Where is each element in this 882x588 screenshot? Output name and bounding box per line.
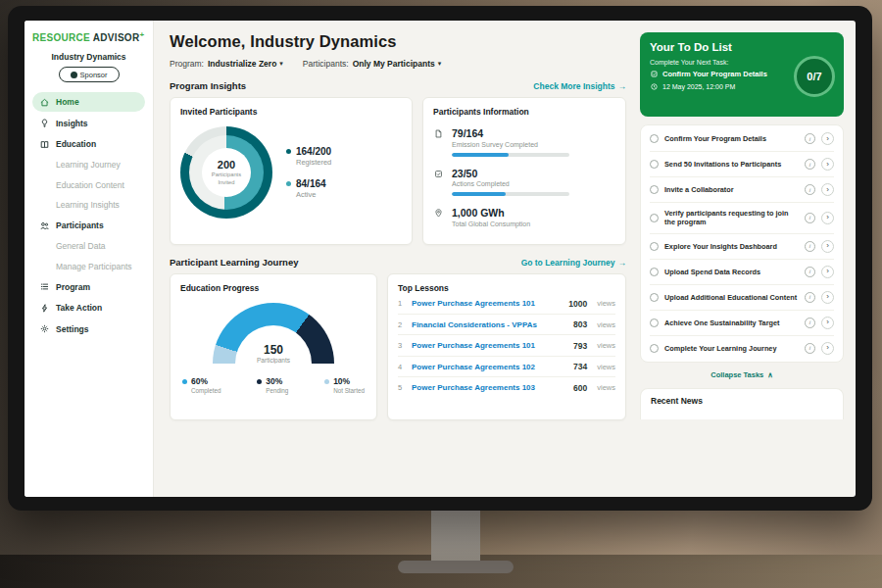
- lesson-link[interactable]: Power Purchase Agreements 103: [412, 383, 566, 392]
- info-icon[interactable]: i: [805, 213, 815, 223]
- page-title: Welcome, Industry Dynamics: [170, 32, 626, 51]
- task-label: Confirm Your Program Details: [664, 134, 799, 143]
- info-icon[interactable]: i: [805, 343, 815, 354]
- collapse-tasks-link[interactable]: Collapse Tasks ∧: [640, 370, 844, 379]
- sidebar-item-take-action[interactable]: Take Action: [32, 298, 145, 318]
- task-row-achieve-target[interactable]: Achieve One Sustainability Target i ›: [650, 311, 834, 336]
- todo-title: Your To Do List: [650, 41, 834, 53]
- participants-filter[interactable]: Participants: Only My Participants ▾: [303, 59, 441, 69]
- task-checkbox[interactable]: [650, 268, 659, 276]
- sidebar-item-label: Learning Journey: [56, 160, 121, 170]
- info-icon[interactable]: i: [805, 184, 815, 195]
- chevron-right-icon[interactable]: ›: [821, 212, 834, 224]
- sidebar-item-label: Program: [56, 282, 90, 292]
- recent-news-card[interactable]: Recent News: [640, 388, 844, 419]
- task-row-confirm-program[interactable]: Confirm Your Program Details i ›: [650, 126, 834, 152]
- sidebar-item-general-data[interactable]: General Data: [32, 237, 145, 256]
- invited-donut-outer: 200 Participants Invited: [180, 126, 272, 219]
- lesson-row: 3 Power Purchase Agreements 101 793 view…: [398, 335, 615, 357]
- sidebar-item-manage-participants[interactable]: Manage Participants: [32, 257, 145, 275]
- task-row-verify-participants[interactable]: Verify participants requesting to join t…: [650, 203, 834, 234]
- metric-label: Total Global Consumption: [452, 220, 530, 227]
- lesson-link[interactable]: Power Purchase Agreements 101: [412, 341, 566, 350]
- task-row-invite-collaborator[interactable]: Invite a Collaborator i ›: [650, 177, 834, 203]
- sidebar-item-learning-journey[interactable]: Learning Journey: [32, 156, 145, 174]
- lesson-link[interactable]: Power Purchase Agreements 102: [412, 363, 566, 371]
- task-checkbox[interactable]: [650, 160, 659, 169]
- sponsor-badge[interactable]: Sponsor: [59, 67, 120, 82]
- legend-dot: [286, 181, 291, 186]
- task-row-upload-educational-content[interactable]: Upload Additional Educational Content i …: [650, 285, 834, 311]
- todo-progress-badge: 0/7: [794, 56, 835, 97]
- chevron-right-icon[interactable]: ›: [821, 266, 834, 278]
- chevron-right-icon[interactable]: ›: [821, 240, 834, 253]
- legend-value: 60%: [191, 376, 220, 386]
- info-icon[interactable]: i: [805, 292, 815, 303]
- info-icon[interactable]: i: [805, 267, 815, 277]
- sidebar-item-education[interactable]: Education: [32, 134, 145, 154]
- chevron-right-icon[interactable]: ›: [821, 291, 834, 304]
- legend-dot: [324, 379, 329, 384]
- info-icon[interactable]: i: [805, 318, 815, 328]
- clock-icon: [650, 82, 659, 91]
- info-icon[interactable]: i: [805, 241, 815, 252]
- lesson-link[interactable]: Power Purchase Agreements 101: [412, 299, 562, 308]
- chevron-right-icon[interactable]: ›: [821, 158, 834, 171]
- task-checkbox[interactable]: [650, 293, 659, 302]
- lightbulb-icon: [39, 118, 50, 128]
- legend-label: Active: [296, 190, 326, 199]
- program-filter[interactable]: Program: Industrialize Zero ▾: [170, 59, 283, 69]
- sidebar-item-program[interactable]: Program: [32, 277, 145, 297]
- sidebar-item-education-content[interactable]: Education Content: [32, 175, 145, 194]
- sidebar-item-participants[interactable]: Participants: [32, 216, 145, 235]
- sidebar-item-insights[interactable]: Insights: [32, 114, 145, 133]
- sidebar-item-label: General Data: [56, 241, 106, 251]
- monitor-bezel: RESOURCE ADVISOR+ Industry Dynamics Spon…: [8, 6, 872, 511]
- go-to-learning-journey-link[interactable]: Go to Learning Journey →: [521, 258, 626, 268]
- legend-label: Registered: [296, 158, 331, 167]
- task-row-send-invitations[interactable]: Send 50 Invitations to Participants i ›: [650, 152, 834, 177]
- chevron-right-icon[interactable]: ›: [821, 317, 834, 329]
- gauge-center-label: Participants: [213, 357, 334, 364]
- section-title: Participant Learning Journey: [170, 257, 298, 268]
- legend-value: 164/200: [296, 146, 331, 157]
- gauge-center-value: 150: [213, 343, 334, 357]
- legend-item-registered: 164/200 Registered: [286, 146, 331, 167]
- task-checkbox[interactable]: [650, 344, 659, 353]
- lesson-views-unit: views: [597, 299, 615, 308]
- info-icon[interactable]: i: [805, 159, 815, 170]
- sidebar-item-home[interactable]: Home: [32, 92, 145, 112]
- sidebar-item-settings[interactable]: Settings: [32, 319, 145, 339]
- check-more-insights-link[interactable]: Check More Insights →: [533, 81, 626, 91]
- task-checkbox[interactable]: [650, 242, 659, 251]
- invited-legend: 164/200 Registered 84/164 Active: [286, 146, 331, 199]
- task-checkbox[interactable]: [650, 185, 659, 194]
- task-checkbox[interactable]: [650, 318, 659, 327]
- arrow-right-icon: →: [618, 81, 627, 91]
- donut-center-value: 200: [218, 159, 235, 171]
- legend-value: 84/164: [296, 178, 326, 189]
- task-row-explore-insights[interactable]: Explore Your Insights Dashboard i ›: [650, 234, 834, 260]
- task-checkbox[interactable]: [650, 134, 659, 143]
- chevron-right-icon[interactable]: ›: [821, 342, 834, 355]
- task-row-complete-learning-journey[interactable]: Complete Your Learning Journey i ›: [650, 336, 834, 361]
- sidebar-item-label: Manage Participants: [56, 262, 132, 271]
- legend-value: 10%: [333, 376, 365, 386]
- chevron-right-icon[interactable]: ›: [821, 132, 834, 145]
- monitor-stand: [431, 509, 480, 565]
- education-legend: 60% Completed 30% Pending: [180, 376, 367, 394]
- lesson-views: 793: [573, 341, 587, 351]
- task-row-upload-spend-data[interactable]: Upload Spend Data Records i ›: [650, 260, 834, 285]
- lesson-link[interactable]: Financial Considerations - VPPAs: [412, 320, 566, 329]
- task-checkbox[interactable]: [650, 214, 659, 222]
- action-bolt-icon: [39, 303, 50, 314]
- lesson-row: 1 Power Purchase Agreements 101 1000 vie…: [398, 293, 615, 315]
- task-label: Achieve One Sustainability Target: [664, 318, 799, 327]
- chevron-right-icon[interactable]: ›: [821, 183, 834, 196]
- info-icon[interactable]: i: [805, 133, 815, 144]
- sidebar-item-learning-insights[interactable]: Learning Insights: [32, 196, 145, 215]
- progress-bar-fill: [452, 192, 506, 196]
- sponsor-label: Sponsor: [80, 71, 108, 79]
- todo-due-label: 12 May 2025, 12:00 PM: [662, 83, 735, 90]
- gear-icon: [39, 323, 50, 334]
